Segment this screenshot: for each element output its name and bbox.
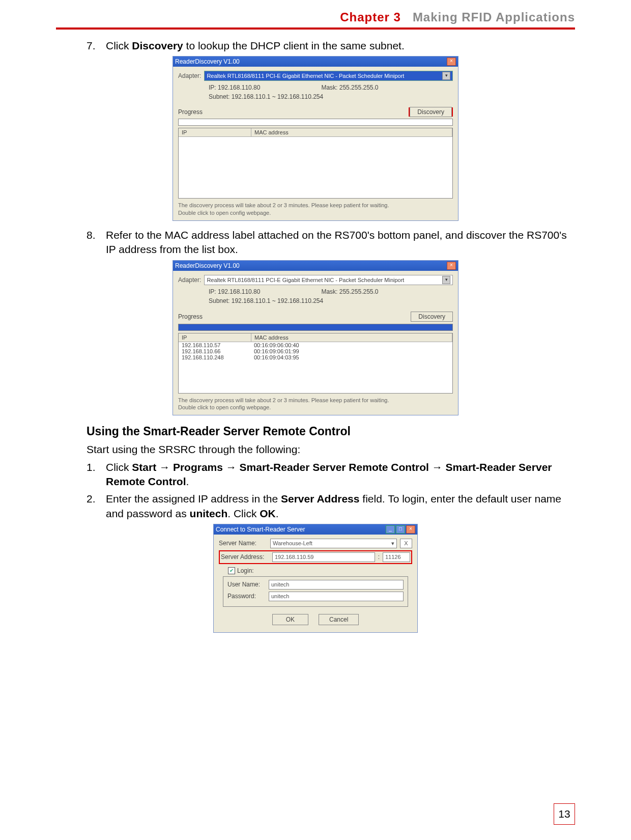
chapter-label: Chapter 3 [340, 10, 401, 24]
password-input[interactable]: unitech [269, 592, 404, 601]
port-input[interactable]: 11126 [383, 552, 410, 562]
step-text: Enter the assigned IP address in the Ser… [106, 493, 561, 519]
titlebar: ReaderDiscovery V1.00 × [173, 57, 458, 67]
server-name-label: Server Name: [219, 540, 267, 547]
note-line-1: The discovery process will take about 2 … [178, 397, 453, 404]
header-divider [56, 27, 575, 30]
chevron-down-icon[interactable]: ▾ [391, 540, 394, 547]
window-title: ReaderDiscovery V1.00 [175, 262, 240, 269]
server-name-dropdown[interactable]: Warehouse-Left ▾ [270, 539, 397, 548]
note-line-1: The discovery process will take about 2 … [178, 202, 453, 209]
section-heading: Using the Smart-Reader Server Remote Con… [87, 425, 575, 438]
login-checkbox[interactable]: ✔ [228, 567, 235, 574]
discovery-button[interactable]: Discovery [411, 312, 453, 322]
col-mac: MAC address [251, 128, 452, 136]
list-item[interactable]: 192.168.110.24800:16:09:04:03:95 [179, 354, 452, 360]
list-item[interactable]: 192.168.110.5700:16:09:06:00:40 [179, 342, 452, 348]
page-number: 13 [554, 803, 575, 825]
reader-discovery-window-filled: ReaderDiscovery V1.00 × Adapter: Realtek… [173, 260, 458, 416]
section-intro: Start using the SRSRC through the follow… [87, 442, 570, 457]
results-list[interactable]: IP MAC address [178, 128, 453, 199]
step-number: 2. [87, 492, 96, 506]
progress-bar [178, 119, 453, 126]
step-8: 8. Refer to the MAC address label attach… [87, 228, 570, 257]
page-header: Chapter 3 Making RFID Applications [56, 10, 575, 24]
discovery-button[interactable]: Discovery [410, 107, 452, 117]
reader-discovery-window-empty: ReaderDiscovery V1.00 × Adapter: Realtek… [173, 56, 458, 221]
titlebar: Connect to Smart-Reader Server _ □ × [214, 524, 417, 535]
adapter-dropdown[interactable]: Realtek RTL8168/8111 PCI-E Gigabit Ether… [204, 71, 453, 81]
col-ip: IP [179, 333, 251, 342]
progress-label: Progress [178, 313, 203, 320]
close-icon[interactable]: × [406, 525, 415, 534]
close-icon[interactable]: × [447, 262, 456, 270]
server-address-input[interactable]: 192.168.110.59 [272, 552, 375, 562]
subnet-label: Subnet: 192.168.110.1 ~ 192.168.110.254 [209, 297, 323, 304]
chevron-down-icon[interactable]: ▾ [442, 72, 450, 80]
username-label: User Name: [227, 581, 266, 588]
list-item[interactable]: 192.168.110.6600:16:09:06:01:99 [179, 348, 452, 354]
chevron-down-icon[interactable]: ▾ [442, 276, 450, 284]
col-ip: IP [179, 128, 251, 136]
username-input[interactable]: unitech [269, 580, 404, 590]
password-label: Password: [227, 593, 266, 600]
step-number: 8. [87, 228, 96, 242]
adapter-label: Adapter: [178, 276, 201, 284]
step-1: 1. Click Start → Programs → Smart-Reader… [87, 460, 570, 489]
step-text: Click Discovery to lookup the DHCP clien… [106, 40, 405, 51]
login-label: Login: [237, 567, 254, 574]
step-number: 7. [87, 39, 96, 53]
mask-label: Mask: 255.255.255.0 [321, 288, 378, 295]
adapter-dropdown[interactable]: Realtek RTL8168/8111 PCI-E Gigabit Ether… [204, 275, 453, 285]
adapter-value: Realtek RTL8168/8111 PCI-E Gigabit Ether… [207, 277, 404, 283]
step-7: 7. Click Discovery to lookup the DHCP cl… [87, 39, 570, 53]
step-2: 2. Enter the assigned IP address in the … [87, 492, 570, 521]
chapter-title: Making RFID Applications [413, 10, 575, 24]
col-mac: MAC address [251, 333, 452, 342]
window-title: ReaderDiscovery V1.00 [175, 58, 240, 65]
mask-label: Mask: 255.255.255.0 [321, 84, 378, 91]
titlebar: ReaderDiscovery V1.00 × [173, 261, 458, 271]
maximize-icon[interactable]: □ [396, 525, 405, 534]
progress-label: Progress [178, 108, 203, 116]
connect-smart-reader-window: Connect to Smart-Reader Server _ □ × Ser… [213, 524, 418, 633]
adapter-value: Realtek RTL8168/8111 PCI-E Gigabit Ether… [207, 73, 404, 79]
subnet-label: Subnet: 192.168.110.1 ~ 192.168.110.254 [209, 93, 323, 100]
note-line-2: Double click to open config webpage. [178, 404, 453, 411]
ok-button[interactable]: OK [272, 614, 308, 625]
adapter-label: Adapter: [178, 72, 201, 79]
ip-label: IP: 192.168.110.80 [209, 288, 260, 295]
progress-bar [178, 324, 453, 331]
results-list[interactable]: IP MAC address 192.168.110.5700:16:09:06… [178, 333, 453, 394]
note-line-2: Double click to open config webpage. [178, 209, 453, 216]
step-text: Refer to the MAC address label attached … [106, 229, 567, 255]
ip-label: IP: 192.168.110.80 [209, 84, 260, 91]
window-title: Connect to Smart-Reader Server [216, 526, 305, 533]
minimize-icon[interactable]: _ [386, 525, 395, 534]
step-number: 1. [87, 460, 96, 474]
server-address-label: Server Address: [221, 553, 269, 561]
step-text: Click Start → Programs → Smart-Reader Se… [106, 461, 552, 487]
cancel-button[interactable]: Cancel [319, 614, 359, 625]
clear-button[interactable]: X [400, 539, 412, 548]
close-icon[interactable]: × [447, 58, 456, 66]
